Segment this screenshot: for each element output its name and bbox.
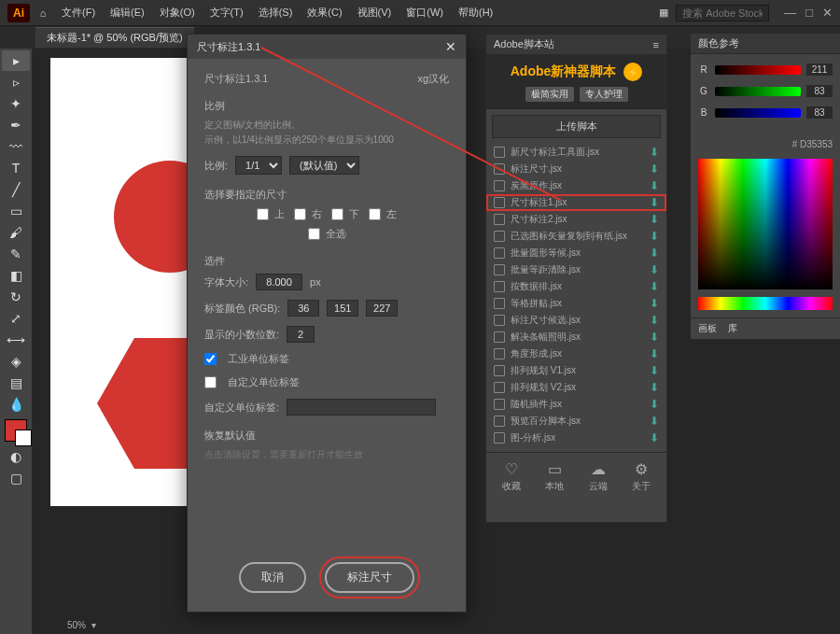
direct-select-tool[interactable]: ▹ — [2, 72, 30, 92]
script-item[interactable]: 排列规划 V1.jsx⬇ — [486, 362, 666, 379]
maximize-icon[interactable]: □ — [805, 6, 813, 20]
hex-value[interactable]: D35353 — [800, 139, 833, 149]
r-slider[interactable] — [715, 65, 801, 75]
g-value[interactable]: 83 — [806, 85, 833, 97]
font-size-input[interactable] — [256, 274, 302, 290]
script-item[interactable]: 新尺寸标注工具面.jsx⬇ — [486, 144, 666, 161]
script-item[interactable]: 角度形成.jsx⬇ — [486, 345, 666, 362]
scale-tool[interactable]: ⤢ — [2, 308, 30, 329]
menu-view[interactable]: 视图(V) — [352, 4, 398, 21]
script-item[interactable]: 批量圆形等候.jsx⬇ — [486, 245, 666, 261]
ok-button[interactable]: 标注尺寸 — [325, 562, 414, 593]
chk-top[interactable] — [257, 208, 269, 220]
panel-menu-icon[interactable]: ≡ — [653, 39, 659, 50]
search-input[interactable] — [676, 5, 769, 21]
draw-mode-icon[interactable]: ◐ — [2, 446, 30, 467]
script-item[interactable]: 图-分析.jsx⬇ — [486, 430, 666, 446]
script-item[interactable]: 已选图标矢量复制到有纸.jsx⬇ — [486, 228, 666, 245]
b-slider[interactable] — [715, 108, 801, 118]
cancel-button[interactable]: 取消 — [239, 562, 306, 593]
custom-unit-input[interactable] — [287, 399, 436, 416]
script-item[interactable]: 炭黑原作.jsx⬇ — [486, 177, 666, 194]
script-item[interactable]: 尺寸标注1.jsx⬇ — [486, 194, 666, 211]
r-value[interactable]: 211 — [806, 63, 833, 76]
close-icon[interactable]: ✕ — [822, 6, 833, 20]
color-picker[interactable] — [698, 159, 833, 289]
footer-fav[interactable]: ♡收藏 — [502, 460, 521, 493]
menu-select[interactable]: 选择(S) — [253, 4, 299, 21]
download-icon[interactable]: ⬇ — [650, 297, 659, 310]
brush-tool[interactable]: 🖌 — [2, 222, 30, 243]
rotate-tool[interactable]: ↻ — [2, 287, 30, 307]
script-item[interactable]: 随机插件.jsx⬇ — [486, 396, 666, 413]
arrange-icon[interactable]: ▦ — [659, 7, 668, 19]
document-tab[interactable]: 未标题-1* @ 50% (RGB/预览) — [35, 27, 194, 48]
menu-file[interactable]: 文件(F) — [56, 4, 101, 21]
pen-tool[interactable]: ✒ — [2, 115, 30, 135]
menu-help[interactable]: 帮助(H) — [453, 4, 498, 21]
width-tool[interactable]: ⟷ — [2, 330, 30, 350]
download-icon[interactable]: ⬇ — [650, 280, 659, 293]
download-icon[interactable]: ⬇ — [650, 398, 659, 411]
download-icon[interactable]: ⬇ — [650, 347, 659, 360]
download-icon[interactable]: ⬇ — [650, 213, 659, 226]
script-item[interactable]: 按数据排.jsx⬇ — [486, 278, 666, 295]
fill-stroke-color[interactable] — [5, 419, 27, 442]
magic-wand-tool[interactable]: ✦ — [2, 93, 30, 114]
menu-text[interactable]: 文字(T) — [204, 4, 249, 21]
chk-bottom[interactable] — [331, 208, 343, 220]
script-item[interactable]: 标注尺寸候选.jsx⬇ — [486, 312, 666, 329]
eraser-tool[interactable]: ◧ — [2, 265, 30, 286]
decimals-input[interactable] — [287, 326, 315, 343]
dialog-close-icon[interactable]: ✕ — [445, 39, 456, 54]
swatches-tab[interactable]: 画板 — [698, 322, 717, 335]
chk-all[interactable] — [308, 228, 320, 240]
script-item[interactable]: 预览百分脚本.jsx⬇ — [486, 413, 666, 430]
color-g-input[interactable] — [327, 300, 358, 317]
gradient-tool[interactable]: ▤ — [2, 373, 30, 393]
script-item[interactable]: 等格拼贴.jsx⬇ — [486, 295, 666, 312]
download-icon[interactable]: ⬇ — [650, 247, 659, 260]
script-list[interactable]: 新尺寸标注工具面.jsx⬇标注尺寸.jsx⬇炭黑原作.jsx⬇尺寸标注1.jsx… — [486, 144, 666, 452]
zoom-level[interactable]: 50% — [67, 620, 86, 630]
download-icon[interactable]: ⬇ — [650, 431, 659, 444]
menu-window[interactable]: 窗口(W) — [400, 4, 449, 21]
download-icon[interactable]: ⬇ — [650, 364, 659, 377]
footer-cloud[interactable]: ☁云端 — [589, 460, 608, 493]
library-tab[interactable]: 库 — [728, 322, 737, 335]
rectangle-tool[interactable]: ▭ — [2, 201, 30, 221]
download-icon[interactable]: ⬇ — [650, 331, 659, 344]
chk-industrial[interactable] — [204, 353, 217, 365]
selection-tool[interactable]: ▸ — [2, 50, 30, 71]
free-transform-tool[interactable]: ◈ — [2, 351, 30, 372]
download-icon[interactable]: ⬇ — [650, 179, 659, 192]
chk-left[interactable] — [369, 208, 381, 220]
shaper-tool[interactable]: ✎ — [2, 244, 30, 264]
color-r-input[interactable] — [287, 300, 319, 317]
chk-custom[interactable] — [204, 376, 217, 388]
download-icon[interactable]: ⬇ — [650, 263, 659, 276]
footer-local[interactable]: ▭本地 — [545, 460, 564, 493]
g-slider[interactable] — [715, 87, 801, 96]
b-value[interactable]: 83 — [806, 106, 833, 119]
scale-select[interactable]: 1/1 — [235, 156, 282, 175]
eyedropper-tool[interactable]: 💧 — [2, 394, 30, 415]
download-icon[interactable]: ⬇ — [650, 381, 659, 394]
zoom-dropdown-icon[interactable]: ▾ — [91, 620, 96, 630]
menu-edit[interactable]: 编辑(E) — [105, 4, 150, 21]
scale-default-select[interactable]: (默认值) — [289, 156, 359, 175]
download-icon[interactable]: ⬇ — [650, 230, 659, 243]
chk-right[interactable] — [294, 208, 306, 220]
hue-slider[interactable] — [698, 297, 833, 310]
script-item[interactable]: 解决条幅照明.jsx⬇ — [486, 329, 666, 345]
script-item[interactable]: 标注尺寸.jsx⬇ — [486, 161, 666, 177]
minimize-icon[interactable]: — — [784, 6, 796, 20]
home-icon[interactable]: ⌂ — [34, 4, 52, 22]
line-tool[interactable]: ╱ — [2, 179, 30, 200]
script-item[interactable]: 排列规划 V2.jsx⬇ — [486, 379, 666, 396]
menu-effect[interactable]: 效果(C) — [301, 4, 347, 21]
type-tool[interactable]: T — [2, 158, 30, 178]
script-item[interactable]: 批量等距清除.jsx⬇ — [486, 261, 666, 278]
curvature-tool[interactable]: 〰 — [2, 136, 30, 157]
download-icon[interactable]: ⬇ — [650, 196, 659, 209]
